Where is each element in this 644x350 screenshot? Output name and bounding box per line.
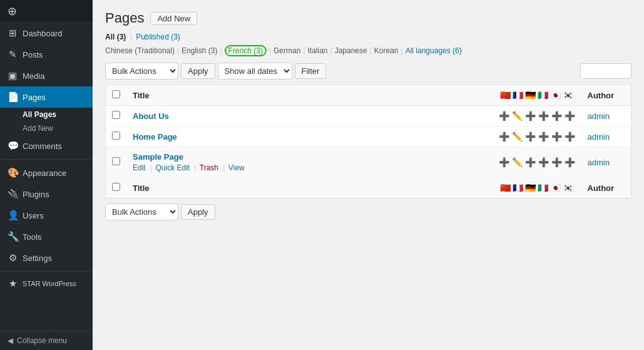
add-icon-3[interactable]: ➕	[551, 111, 562, 121]
bottom-bulk-actions-select[interactable]: Bulk Actions Edit Move to Trash	[106, 204, 178, 220]
duplicate-icon[interactable]: ➕	[525, 131, 536, 142]
pages-table: Title 🇨🇳 🇫🇷 🇩🇪 🇮🇹 🇯🇵 🇰🇷 Author	[105, 85, 631, 198]
sidebar-item-pages[interactable]: 📄 Pages	[0, 86, 93, 108]
row-action-edit[interactable]: Edit	[133, 163, 146, 172]
users-icon: 👤	[8, 210, 18, 221]
row-title-cell: Sample Page Edit | Quick Edit | Trash | …	[126, 147, 493, 178]
bottom-header-title-cell: Title	[126, 178, 493, 198]
flag-jp: 🇯🇵	[550, 90, 561, 100]
lang-all[interactable]: All languages (6)	[406, 46, 462, 55]
add-icon-3[interactable]: ➕	[551, 157, 562, 167]
flag-fr: 🇫🇷	[513, 90, 523, 100]
author-link[interactable]: admin	[588, 158, 610, 167]
filter-all[interactable]: All (3)	[105, 33, 126, 41]
add-new-button[interactable]: Add New	[150, 12, 197, 25]
author-link[interactable]: admin	[588, 132, 610, 142]
header-title-cell: Title	[126, 85, 493, 106]
duplicate-icon[interactable]: ➕	[525, 157, 536, 167]
select-all-checkbox[interactable]	[112, 90, 120, 98]
lang-filter-row: Chinese (Traditional) | English (3) | Fr…	[105, 45, 631, 56]
page-title-link[interactable]: Home Page	[133, 132, 177, 142]
sidebar-item-posts[interactable]: ✎ Posts	[0, 44, 93, 65]
page-title: Pages	[105, 10, 144, 26]
row-trans-cell: ➕ ✏️ ➕ ➕ ➕ ➕	[493, 126, 581, 147]
add-icon-3[interactable]: ➕	[551, 131, 562, 142]
sidebar-item-comments[interactable]: 💬 Comments	[0, 135, 93, 157]
sidebar-item-star-wordpress[interactable]: ★ STAR WordPress	[0, 274, 93, 293]
collapse-label: Collapse menu	[17, 336, 67, 345]
top-apply-button[interactable]: Apply	[181, 63, 215, 79]
posts-icon: ✎	[8, 49, 18, 60]
sidebar-item-appearance[interactable]: 🎨 Appearance	[0, 162, 93, 183]
row-title-cell: About Us	[126, 106, 493, 126]
header-author-label: Author	[588, 91, 615, 100]
bulk-actions-select[interactable]: Bulk Actions Edit Move to Trash	[106, 63, 178, 79]
row-author-cell: admin	[581, 106, 631, 126]
bottom-bulk-actions-wrapper[interactable]: Bulk Actions Edit Move to Trash	[105, 203, 178, 220]
bottom-header-flags-cell: 🇨🇳 🇫🇷 🇩🇪 🇮🇹 🇯🇵 🇰🇷	[493, 178, 581, 198]
date-filter-select[interactable]: Show all dates	[218, 63, 292, 79]
bottom-flag-it: 🇮🇹	[538, 183, 548, 193]
sidebar-item-plugins[interactable]: 🔌 Plugins	[0, 183, 93, 205]
add-translation-icon[interactable]: ➕	[499, 111, 509, 121]
star-label: STAR WordPress	[23, 280, 76, 287]
lang-sep-5: |	[330, 46, 332, 55]
edit-translation-icon[interactable]: ✏️	[512, 131, 523, 142]
sidebar-sub-all-pages[interactable]: All Pages	[0, 108, 93, 121]
row-checkbox-cell	[106, 147, 127, 178]
sidebar-item-users[interactable]: 👤 Users	[0, 205, 93, 226]
sidebar-item-media[interactable]: ▣ Media	[0, 65, 93, 86]
lang-german[interactable]: German	[273, 46, 300, 55]
bottom-apply-button[interactable]: Apply	[181, 204, 215, 220]
page-title-link[interactable]: About Us	[133, 111, 169, 121]
collapse-menu-button[interactable]: ◀ Collapse menu	[0, 331, 93, 350]
lang-chinese[interactable]: Chinese (Traditional)	[105, 46, 175, 55]
table-row: Home Page ➕ ✏️ ➕ ➕ ➕ ➕ admin	[106, 126, 631, 147]
lang-english[interactable]: English (3)	[181, 46, 217, 55]
search-box[interactable]	[580, 63, 631, 79]
sidebar-item-settings[interactable]: ⚙ Settings	[0, 247, 93, 269]
row-action-trash[interactable]: Trash	[200, 163, 218, 172]
row-action-quick-edit[interactable]: Quick Edit	[156, 163, 190, 172]
star-icon: ★	[8, 278, 18, 289]
add-icon-4[interactable]: ➕	[565, 157, 575, 167]
sidebar-footer: ◀ Collapse menu	[0, 331, 93, 350]
lang-italian[interactable]: Italian	[308, 46, 328, 55]
add-translation-icon[interactable]: ➕	[499, 131, 509, 142]
sidebar-item-label: Posts	[23, 50, 43, 59]
add-icon-2[interactable]: ➕	[538, 157, 549, 167]
bottom-select-all-checkbox[interactable]	[112, 183, 120, 191]
lang-korean[interactable]: Korean	[374, 46, 399, 55]
translation-icons: ➕ ✏️ ➕ ➕ ➕ ➕	[499, 111, 575, 121]
edit-translation-icon[interactable]: ✏️	[512, 157, 523, 167]
edit-translation-icon[interactable]: ✏️	[512, 111, 523, 121]
row-author-cell: admin	[581, 147, 631, 178]
row-action-view[interactable]: View	[228, 163, 245, 172]
bulk-actions-select-wrapper[interactable]: Bulk Actions Edit Move to Trash	[105, 63, 178, 80]
row-checkbox[interactable]	[112, 111, 120, 119]
lang-french[interactable]: French (3)	[225, 45, 267, 56]
date-filter-wrapper[interactable]: Show all dates	[218, 63, 292, 80]
sidebar-item-dashboard[interactable]: ⊞ Dashboard	[0, 23, 93, 44]
flag-kr: 🇰🇷	[563, 90, 573, 100]
add-icon-4[interactable]: ➕	[565, 111, 575, 121]
sidebar-sub-add-new[interactable]: Add New	[0, 121, 93, 135]
main-content: Pages Add New All (3) | Published (3) Ch…	[93, 0, 644, 350]
filter-published[interactable]: Published (3)	[136, 33, 180, 41]
row-checkbox[interactable]	[112, 157, 120, 165]
author-link[interactable]: admin	[588, 111, 610, 121]
dashboard-icon: ⊞	[8, 28, 18, 39]
sidebar-item-tools[interactable]: 🔧 Tools	[0, 226, 93, 247]
add-icon-2[interactable]: ➕	[538, 131, 549, 142]
bottom-header-author-label: Author	[588, 183, 615, 193]
search-input[interactable]	[581, 64, 631, 78]
filter-button[interactable]: Filter	[295, 63, 327, 79]
add-icon-4[interactable]: ➕	[565, 131, 575, 142]
sidebar-item-label: Comments	[23, 142, 62, 151]
lang-japanese[interactable]: Japanese	[335, 46, 367, 55]
page-title-link[interactable]: Sample Page	[133, 152, 183, 162]
add-icon-2[interactable]: ➕	[538, 111, 549, 121]
add-translation-icon[interactable]: ➕	[499, 157, 509, 167]
row-checkbox[interactable]	[112, 131, 120, 140]
duplicate-icon[interactable]: ➕	[525, 111, 536, 121]
